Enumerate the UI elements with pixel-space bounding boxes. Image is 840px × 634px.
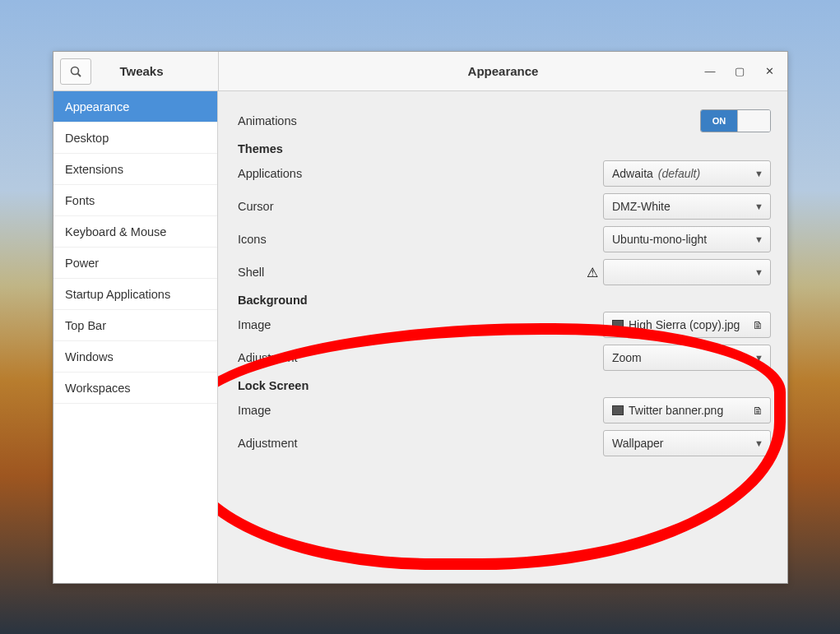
row-shell: Shell ⚠ ▼ <box>238 256 771 289</box>
tweaks-window: Tweaks Appearance — ▢ ✕ Appearance Deskt… <box>53 51 788 584</box>
sidebar-item-desktop[interactable]: Desktop <box>53 123 217 154</box>
row-background-image: Image High Sierra (copy).jpg 🗎 <box>238 308 771 341</box>
file-open-icon: 🗎 <box>753 319 763 331</box>
animations-label: Animations <box>238 114 700 127</box>
svg-point-0 <box>72 67 79 74</box>
sidebar: Appearance Desktop Extensions Fonts Keyb… <box>53 91 218 583</box>
chevron-down-icon: ▼ <box>754 438 763 448</box>
titlebar: Tweaks Appearance — ▢ ✕ <box>53 52 787 91</box>
shell-combo: ▼ <box>603 259 771 285</box>
background-adjustment-value: Zoom <box>612 351 642 364</box>
icons-label: Icons <box>238 233 603 246</box>
applications-label: Applications <box>238 167 603 180</box>
applications-value: Adwaita <box>612 167 653 180</box>
chevron-down-icon: ▼ <box>754 353 763 363</box>
lockscreen-image-value: Twitter banner.png <box>629 404 723 417</box>
lockscreen-adjustment-label: Adjustment <box>238 437 603 450</box>
chevron-down-icon: ▼ <box>754 169 763 178</box>
window-controls: — ▢ ✕ <box>697 60 782 83</box>
main-content: Animations ON Themes Applications Adwait… <box>218 91 787 583</box>
chevron-down-icon: ▼ <box>754 201 763 211</box>
sidebar-item-appearance[interactable]: Appearance <box>53 91 217 123</box>
sidebar-item-fonts[interactable]: Fonts <box>53 185 217 216</box>
sidebar-item-startup-applications[interactable]: Startup Applications <box>53 279 217 310</box>
sidebar-item-label: Keyboard & Mouse <box>65 225 166 238</box>
sidebar-item-label: Power <box>65 257 99 270</box>
sidebar-item-label: Workspaces <box>65 382 131 395</box>
row-lockscreen-image: Image Twitter banner.png 🗎 <box>238 394 771 427</box>
svg-line-1 <box>78 73 81 76</box>
titlebar-left: Tweaks <box>53 58 218 85</box>
sidebar-item-label: Startup Applications <box>65 288 170 301</box>
sidebar-item-label: Fonts <box>65 194 95 207</box>
background-image-button[interactable]: High Sierra (copy).jpg 🗎 <box>603 312 771 338</box>
animations-toggle[interactable]: ON <box>700 109 771 132</box>
lockscreen-image-label: Image <box>238 404 603 417</box>
sidebar-item-workspaces[interactable]: Workspaces <box>53 373 217 404</box>
background-image-value: High Sierra (copy).jpg <box>629 318 740 331</box>
warning-icon: ⚠ <box>587 265 603 280</box>
sidebar-item-label: Windows <box>65 350 114 363</box>
search-button[interactable] <box>60 58 91 85</box>
sidebar-item-extensions[interactable]: Extensions <box>53 154 217 185</box>
lockscreen-image-button[interactable]: Twitter banner.png 🗎 <box>603 397 771 423</box>
app-title: Tweaks <box>98 64 218 78</box>
chevron-down-icon: ▼ <box>754 234 763 244</box>
sidebar-item-label: Appearance <box>65 100 129 113</box>
background-adjustment-combo[interactable]: Zoom ▼ <box>603 345 771 371</box>
sidebar-item-label: Extensions <box>65 163 123 176</box>
sidebar-item-label: Desktop <box>65 132 109 145</box>
window-body: Appearance Desktop Extensions Fonts Keyb… <box>53 91 787 583</box>
background-adjustment-label: Adjustment <box>238 351 603 364</box>
sidebar-item-power[interactable]: Power <box>53 248 217 279</box>
row-animations: Animations ON <box>238 104 771 137</box>
cursor-combo[interactable]: DMZ-White ▼ <box>603 193 771 220</box>
section-title-lockscreen: Lock Screen <box>238 379 771 392</box>
sidebar-item-top-bar[interactable]: Top Bar <box>53 310 217 341</box>
sidebar-item-windows[interactable]: Windows <box>53 341 217 373</box>
icons-combo[interactable]: Ubuntu-mono-light ▼ <box>603 226 771 252</box>
cursor-label: Cursor <box>238 200 603 213</box>
toggle-on-label: ON <box>701 110 737 132</box>
section-title-background: Background <box>238 294 771 307</box>
row-background-adjustment: Adjustment Zoom ▼ <box>238 341 771 374</box>
cursor-value: DMZ-White <box>612 200 671 213</box>
sidebar-item-keyboard-mouse[interactable]: Keyboard & Mouse <box>53 216 217 248</box>
toggle-knob <box>737 110 770 132</box>
section-title-themes: Themes <box>238 142 771 155</box>
row-icons: Icons Ubuntu-mono-light ▼ <box>238 223 771 256</box>
maximize-button[interactable]: ▢ <box>726 60 753 83</box>
titlebar-right: Appearance — ▢ ✕ <box>219 64 787 78</box>
row-lockscreen-adjustment: Adjustment Wallpaper ▼ <box>238 427 771 460</box>
image-thumbnail-icon <box>612 405 624 415</box>
shell-label: Shell <box>238 266 587 279</box>
sidebar-item-label: Top Bar <box>65 319 106 332</box>
file-open-icon: 🗎 <box>753 405 763 417</box>
search-icon <box>69 65 82 78</box>
row-applications: Applications Adwaita (default) ▼ <box>238 157 771 190</box>
lockscreen-adjustment-combo[interactable]: Wallpaper ▼ <box>603 430 771 456</box>
background-image-label: Image <box>238 318 603 331</box>
row-cursor: Cursor DMZ-White ▼ <box>238 190 771 223</box>
icons-value: Ubuntu-mono-light <box>612 233 707 246</box>
applications-default-suffix: (default) <box>658 167 700 180</box>
chevron-down-icon: ▼ <box>754 267 763 277</box>
minimize-button[interactable]: — <box>697 60 723 83</box>
lockscreen-adjustment-value: Wallpaper <box>612 437 664 450</box>
close-button[interactable]: ✕ <box>756 60 782 83</box>
image-thumbnail-icon <box>612 320 624 330</box>
applications-combo[interactable]: Adwaita (default) ▼ <box>603 160 771 187</box>
